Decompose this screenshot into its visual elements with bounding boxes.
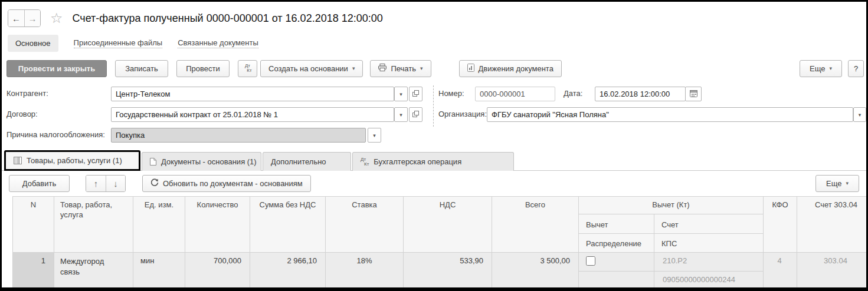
contract-open-button[interactable] [409,107,422,122]
contract-field[interactable] [111,107,394,122]
tab-accounting-operation-label: Бухгалтерская операция [374,157,461,166]
table-toolbar: Добавить ↑ ↓ Обновить по документам - ос… [9,174,859,193]
title-bar: ← → ☆ Счет-фактура полученный 0000-00000… [2,5,866,31]
nav-link-related-documents[interactable]: Связанные документы [178,38,258,48]
tab-bar: Товары, работы, услуги (1) Документы - о… [2,150,866,171]
chevron-down-icon: ▾ [399,112,402,118]
cell-account-303[interactable]: 303.04 [797,253,868,289]
help-label: ? [854,64,858,73]
refresh-by-documents-label: Обновить по документам - основаниям [163,179,303,188]
cell-kfo[interactable]: 4 [764,253,797,289]
items-grid: N Товар, работа, услуга Ед. изм. Количес… [12,196,868,289]
open-link-icon [412,90,419,98]
refresh-by-documents-button[interactable]: Обновить по документам - основаниям [142,175,311,192]
post-label: Провести [186,64,220,73]
cell-kps[interactable]: 09050000000000244 [654,272,764,289]
back-button[interactable]: ← [8,10,24,27]
cell-vat[interactable]: 533,90 [404,253,492,289]
col-header-deduction: Вычет [579,214,654,234]
document-icon [150,158,156,166]
chevron-down-icon: ▾ [420,65,423,71]
cell-unit[interactable]: мин [133,253,185,289]
contract-label: Договор: [6,110,38,118]
col-header-vat: НДС [404,197,492,253]
cell-account[interactable]: 210.Р2 [654,253,764,272]
document-movements-button[interactable]: Движения документа [459,60,562,77]
tax-reason-dropdown-button[interactable]: ▾ [368,128,381,143]
favorite-star-icon[interactable]: ☆ [50,11,63,25]
number-label: Номер: [438,89,464,98]
create-based-on-button[interactable]: Создать на основании ▾ [260,60,363,77]
history-nav-group: ← → [8,9,41,27]
move-up-button[interactable]: ↑ [86,176,106,191]
organization-label: Организация: [438,110,487,118]
post-and-close-button[interactable]: Провести и закрыть [6,60,107,77]
col-header-unit: Ед. изм. [133,197,185,253]
counterparty-label: Контрагент: [6,89,48,98]
cell-item[interactable]: Междугород связь [54,253,133,289]
save-label: Записать [125,64,158,73]
forward-button[interactable]: → [24,10,40,27]
post-and-close-label: Провести и закрыть [18,64,95,73]
col-header-total: Всего [492,197,579,253]
help-button[interactable]: ? [848,60,864,77]
print-label: Печать [391,64,416,73]
nav-link-attached-files[interactable]: Присоединенные файлы [74,38,163,48]
counterparty-open-button[interactable] [409,87,422,101]
col-header-item: Товар, работа, услуга [54,197,133,253]
save-button[interactable]: Записать [115,60,168,77]
move-down-button[interactable]: ↓ [106,176,125,191]
add-row-button[interactable]: Добавить [9,175,70,192]
command-bar: Провести и закрыть Записать Провести ДтК… [6,59,864,78]
create-based-on-label: Создать на основании [268,64,348,73]
cell-row-number[interactable]: 1 [13,253,54,289]
col-header-sum-without-vat: Сумма без НДС [250,197,326,253]
chevron-down-icon: ▾ [829,65,832,71]
tab-base-documents-label: Документы - основания (1) [161,157,257,166]
organization-dropdown-button[interactable]: ▾ [853,107,866,122]
date-calendar-button[interactable] [685,87,702,101]
tab-goods-label: Товары, работы, услуги (1) [27,156,122,165]
tab-base-documents[interactable]: Документы - основания (1) [142,152,261,171]
deduction-checkbox[interactable] [586,256,595,266]
tab-goods[interactable]: Товары, работы, услуги (1) [4,150,140,171]
print-button[interactable]: Печать ▾ [370,60,431,77]
cell-total[interactable]: 3 500,00 [492,253,579,289]
refresh-icon [150,178,159,189]
tab-additional[interactable]: Дополнительно [263,152,351,171]
col-header-quantity: Количество [185,197,250,253]
page-title: Счет-фактура полученный 0000-000001 от 1… [73,12,383,25]
counterparty-dropdown-button[interactable]: ▾ [394,87,408,101]
arrow-up-icon: ↑ [94,178,99,189]
cell-quantity[interactable]: 700,000 [185,253,250,289]
document-movements-label: Движения документа [479,64,553,73]
date-field[interactable] [595,87,686,101]
post-button[interactable]: Провести [176,60,230,77]
table-more-button[interactable]: Еще ▾ [815,175,859,192]
col-header-kps: КПС [654,234,764,253]
tax-reason-field[interactable] [111,128,366,143]
date-label: Дата: [564,89,582,98]
tab-additional-label: Дополнительно [271,157,326,166]
more-button[interactable]: Еще ▾ [800,60,842,77]
contract-dropdown-button[interactable]: ▾ [394,107,408,122]
chevron-down-icon: ▾ [399,91,402,97]
dtkt-icon: ДтКт [361,157,369,167]
printer-icon [378,64,386,73]
nav-links: Основное Присоединенные файлы Связанные … [8,34,258,52]
col-header-account-303: Счет 303.04 [797,197,868,253]
dtkt-button[interactable]: ДтКт [238,60,257,77]
col-header-kfo: КФО [764,197,797,253]
nav-link-main[interactable]: Основное [8,35,58,52]
cell-distribution[interactable] [579,272,654,289]
chevron-down-icon: ▾ [846,180,849,186]
cell-rate[interactable]: 18% [326,253,404,289]
organization-field[interactable] [487,107,853,122]
cell-sum-without-vat[interactable]: 2 966,10 [250,253,326,289]
more-label: Еще [810,64,825,73]
document-movements-icon [467,64,474,74]
counterparty-field[interactable] [111,87,394,101]
number-field[interactable] [475,87,555,101]
tab-accounting-operation[interactable]: ДтКт Бухгалтерская операция [352,152,514,171]
col-header-distribution: Распределение [579,234,654,253]
